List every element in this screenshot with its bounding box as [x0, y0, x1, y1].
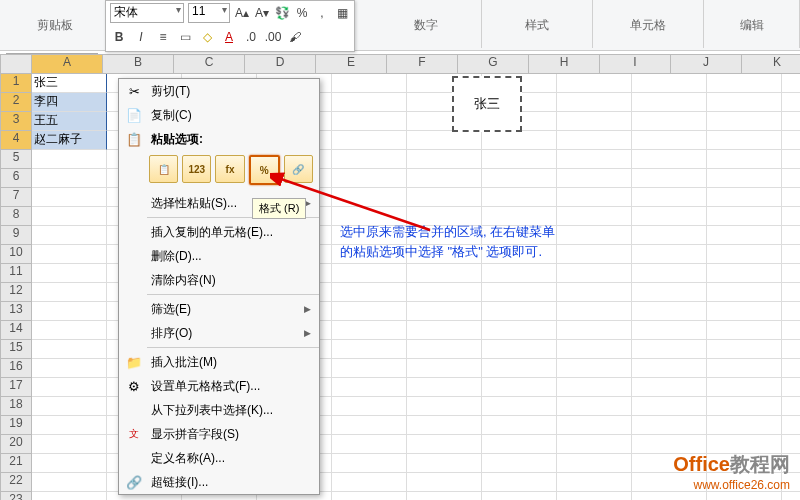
- cell[interactable]: [32, 226, 107, 245]
- fontsize-selector[interactable]: 11: [188, 3, 230, 23]
- cell[interactable]: [482, 492, 557, 500]
- cell[interactable]: [407, 378, 482, 397]
- row-header[interactable]: 19: [0, 416, 32, 435]
- cell[interactable]: [632, 397, 707, 416]
- row-header[interactable]: 12: [0, 283, 32, 302]
- cell[interactable]: [557, 188, 632, 207]
- row-header[interactable]: 14: [0, 321, 32, 340]
- cell[interactable]: [782, 207, 800, 226]
- cell[interactable]: [332, 169, 407, 188]
- cell[interactable]: [482, 435, 557, 454]
- cell[interactable]: [557, 397, 632, 416]
- col-header[interactable]: I: [600, 54, 671, 74]
- cell[interactable]: [32, 492, 107, 500]
- cell[interactable]: 李四: [32, 93, 107, 112]
- cell[interactable]: [632, 492, 707, 500]
- row-header[interactable]: 22: [0, 473, 32, 492]
- cell[interactable]: [407, 188, 482, 207]
- paste-option-0[interactable]: 📋: [149, 155, 178, 183]
- cell[interactable]: [32, 416, 107, 435]
- cell[interactable]: [407, 397, 482, 416]
- cell[interactable]: [482, 188, 557, 207]
- col-header[interactable]: H: [529, 54, 600, 74]
- cell[interactable]: [407, 359, 482, 378]
- ribbon-styles[interactable]: 样式: [482, 0, 593, 48]
- cell[interactable]: [482, 473, 557, 492]
- ctx-hyperlink[interactable]: 🔗超链接(I)...: [119, 470, 319, 494]
- cell[interactable]: [782, 226, 800, 245]
- row-header[interactable]: 5: [0, 150, 32, 169]
- cell[interactable]: [332, 112, 407, 131]
- format-painter-icon[interactable]: 🖌: [286, 28, 304, 46]
- cell[interactable]: [782, 302, 800, 321]
- cell[interactable]: [632, 340, 707, 359]
- cell[interactable]: [32, 473, 107, 492]
- cell[interactable]: [632, 302, 707, 321]
- cell[interactable]: [707, 169, 782, 188]
- cell[interactable]: 张三: [32, 74, 107, 93]
- col-header[interactable]: A: [32, 54, 103, 74]
- cell[interactable]: [632, 283, 707, 302]
- row-header[interactable]: 18: [0, 397, 32, 416]
- cell[interactable]: [557, 74, 632, 93]
- row-header[interactable]: 8: [0, 207, 32, 226]
- cell[interactable]: [707, 264, 782, 283]
- cell[interactable]: [407, 264, 482, 283]
- cell[interactable]: [632, 359, 707, 378]
- merge-icon[interactable]: ▦: [334, 4, 350, 22]
- shrink-font-icon[interactable]: A▾: [254, 4, 270, 22]
- increase-decimal-icon[interactable]: .00: [264, 28, 282, 46]
- cell[interactable]: [632, 226, 707, 245]
- font-selector[interactable]: 宋体: [110, 3, 184, 23]
- cell[interactable]: [782, 283, 800, 302]
- cell[interactable]: [332, 454, 407, 473]
- cell[interactable]: [332, 492, 407, 500]
- cell[interactable]: [782, 416, 800, 435]
- cell[interactable]: [707, 245, 782, 264]
- cell[interactable]: [332, 283, 407, 302]
- col-header[interactable]: F: [387, 54, 458, 74]
- ribbon-cells[interactable]: 单元格: [593, 0, 704, 48]
- cell[interactable]: [707, 150, 782, 169]
- cell[interactable]: [32, 397, 107, 416]
- cell[interactable]: [32, 454, 107, 473]
- row-header[interactable]: 21: [0, 454, 32, 473]
- cell[interactable]: [32, 188, 107, 207]
- comma-icon[interactable]: ,: [314, 4, 330, 22]
- font-color-icon[interactable]: A: [220, 28, 238, 46]
- cell[interactable]: [407, 321, 482, 340]
- cell[interactable]: [557, 302, 632, 321]
- cell[interactable]: [557, 340, 632, 359]
- cell[interactable]: [782, 264, 800, 283]
- cell[interactable]: [332, 264, 407, 283]
- row-header[interactable]: 16: [0, 359, 32, 378]
- row-header[interactable]: 9: [0, 226, 32, 245]
- cell[interactable]: [482, 397, 557, 416]
- bold-icon[interactable]: B: [110, 28, 128, 46]
- cell[interactable]: [707, 226, 782, 245]
- cell[interactable]: [332, 397, 407, 416]
- cell[interactable]: [557, 93, 632, 112]
- cell[interactable]: [707, 416, 782, 435]
- col-header[interactable]: D: [245, 54, 316, 74]
- paste-option-4[interactable]: 🔗: [284, 155, 313, 183]
- row-header[interactable]: 11: [0, 264, 32, 283]
- cell[interactable]: [482, 131, 557, 150]
- paste-option-1[interactable]: 123: [182, 155, 211, 183]
- cell[interactable]: [782, 359, 800, 378]
- cell[interactable]: [632, 150, 707, 169]
- cell[interactable]: [632, 93, 707, 112]
- ctx-sort[interactable]: 排序(O): [119, 321, 319, 345]
- align-icon[interactable]: ≡: [154, 28, 172, 46]
- cell[interactable]: [332, 378, 407, 397]
- cell[interactable]: [782, 340, 800, 359]
- ribbon-number[interactable]: 数字: [371, 0, 482, 48]
- cell[interactable]: [32, 264, 107, 283]
- cell[interactable]: [407, 492, 482, 500]
- cell[interactable]: [557, 321, 632, 340]
- cell[interactable]: [332, 74, 407, 93]
- fill-color-icon[interactable]: ◇: [198, 28, 216, 46]
- cell[interactable]: [557, 150, 632, 169]
- row-header[interactable]: 15: [0, 340, 32, 359]
- cell[interactable]: [407, 435, 482, 454]
